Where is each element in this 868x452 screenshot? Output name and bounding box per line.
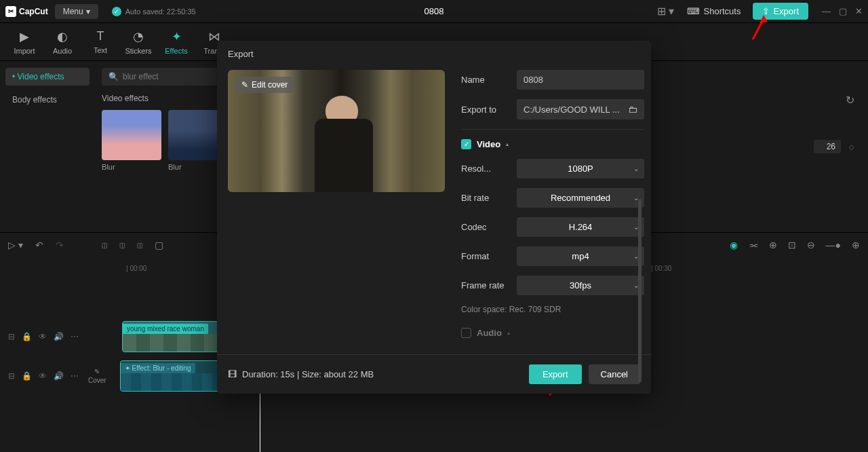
codec-select[interactable]: H.264⌄ bbox=[517, 217, 644, 237]
effects-sidebar: • Video effects Body effects bbox=[0, 61, 95, 232]
slider-value: 26 bbox=[814, 140, 841, 153]
app-logo: ✂ CapCut bbox=[5, 6, 48, 17]
export-dialog: Export ✎ Edit cover Name Export to C:/Us… bbox=[217, 41, 651, 394]
folder-icon[interactable]: 🗀 bbox=[628, 104, 637, 115]
layout-icon[interactable]: ⊞ ▾ bbox=[657, 5, 674, 18]
effect-thumb[interactable]: Blur bbox=[102, 110, 161, 171]
mute-icon[interactable]: 🔊 bbox=[54, 371, 64, 381]
split-left-icon[interactable]: ⎅ bbox=[119, 240, 125, 250]
checkbox-on-icon: ✓ bbox=[461, 139, 471, 149]
dialog-title: Export bbox=[217, 41, 651, 67]
pencil-icon: ✎ bbox=[94, 368, 100, 375]
export-button-top[interactable]: ⇧ Export bbox=[753, 3, 808, 20]
chevron-down-icon: ⌄ bbox=[633, 165, 639, 172]
lock-icon[interactable]: 🔒 bbox=[22, 332, 32, 341]
video-section-toggle[interactable]: ✓ Video ▴ bbox=[461, 139, 644, 149]
cover-preview: ✎ Edit cover bbox=[228, 70, 445, 192]
split-icon[interactable]: ⎅ bbox=[102, 240, 107, 250]
dialog-footer: 🎞 Duration: 15s | Size: about 22 MB Expo… bbox=[217, 354, 651, 394]
name-input[interactable] bbox=[517, 70, 644, 90]
framerate-select[interactable]: 30fps⌄ bbox=[517, 276, 644, 295]
app-name: CapCut bbox=[19, 7, 48, 16]
mute-icon[interactable]: 🔊 bbox=[54, 332, 64, 341]
edit-cover-button[interactable]: ✎ Edit cover bbox=[235, 77, 294, 93]
keyboard-icon: ⌨ bbox=[687, 6, 700, 16]
tool-effects[interactable]: ✦Effects bbox=[157, 29, 195, 55]
checkbox-off-icon bbox=[461, 328, 471, 338]
eye-icon[interactable]: 👁 bbox=[39, 332, 47, 341]
cancel-button[interactable]: Cancel bbox=[589, 364, 640, 384]
split-right-icon[interactable]: ⎅ bbox=[137, 240, 142, 250]
exportto-label: Export to bbox=[461, 105, 510, 115]
export-confirm-button[interactable]: Export bbox=[529, 364, 582, 384]
duration-info: 🎞 Duration: 15s | Size: about 22 MB bbox=[228, 369, 374, 379]
bitrate-select[interactable]: Recommended⌄ bbox=[517, 188, 644, 208]
more-icon[interactable]: ⋯ bbox=[71, 332, 79, 341]
resolution-select[interactable]: 1080P⌄ bbox=[517, 159, 644, 178]
topbar: ✂ CapCut Menu▾ ✓ Auto saved: 22:50:35 08… bbox=[0, 0, 868, 23]
tab-video-effects[interactable]: • Video effects bbox=[5, 68, 90, 86]
zoom-slider-icon[interactable]: —● bbox=[826, 240, 841, 250]
chevron-up-icon: ▴ bbox=[507, 330, 510, 336]
export-icon: ⇧ bbox=[762, 6, 770, 16]
more-icon[interactable]: ⋯ bbox=[71, 371, 79, 381]
chevron-up-icon: ▴ bbox=[506, 141, 509, 147]
stepper-icon[interactable]: ◇ bbox=[849, 143, 854, 151]
format-label: Format bbox=[461, 251, 510, 261]
reset-icon[interactable]: ↻ bbox=[846, 94, 854, 107]
zoom-in-icon[interactable]: ⊕ bbox=[852, 240, 860, 250]
tool-text[interactable]: TText bbox=[81, 29, 119, 54]
minimize-icon[interactable]: — bbox=[822, 6, 831, 16]
pencil-icon: ✎ bbox=[241, 80, 248, 90]
menu-button[interactable]: Menu▾ bbox=[55, 4, 98, 19]
snap-icon[interactable]: ⊕ bbox=[769, 240, 777, 250]
cover-button[interactable]: ✎ Cover bbox=[88, 368, 106, 384]
codec-label: Codec bbox=[461, 222, 510, 232]
link-icon[interactable]: ⫘ bbox=[749, 240, 758, 250]
window-controls: — ▢ ✕ bbox=[822, 6, 863, 16]
tool-import[interactable]: ▶Import bbox=[5, 29, 43, 55]
close-icon[interactable]: ✕ bbox=[855, 6, 863, 16]
track-controls: ⊟ 🔒 👁 🔊 ⋯ bbox=[0, 371, 88, 381]
preview-icon[interactable]: ⊡ bbox=[788, 240, 796, 250]
document-title: 0808 bbox=[425, 6, 444, 16]
timeline-icon[interactable]: ◉ bbox=[730, 240, 738, 250]
format-select[interactable]: mp4⌄ bbox=[517, 246, 644, 266]
tab-body-effects[interactable]: Body effects bbox=[5, 91, 90, 109]
framerate-label: Frame rate bbox=[461, 280, 510, 290]
film-icon: 🎞 bbox=[228, 369, 237, 379]
maximize-icon[interactable]: ▢ bbox=[839, 6, 847, 16]
tool-audio[interactable]: ◐Audio bbox=[43, 29, 81, 55]
eye-icon[interactable]: 👁 bbox=[39, 371, 47, 381]
tool-stickers[interactable]: ◔Stickers bbox=[119, 29, 157, 55]
pointer-tool[interactable]: ▷ ▾ bbox=[8, 240, 23, 250]
topbar-right: ⊞ ▾ ⌨ Shortcuts ⇧ Export — ▢ ✕ bbox=[657, 3, 863, 20]
undo-icon[interactable]: ↶ bbox=[35, 240, 43, 250]
autosave-indicator: ✓ Auto saved: 22:50:35 bbox=[112, 7, 196, 16]
export-path-field[interactable]: C:/Users/GOOD WILL ... 🗀 bbox=[517, 99, 644, 119]
lock-icon[interactable]: 🔒 bbox=[22, 371, 32, 381]
track-controls: ⊟ 🔒 👁 🔊 ⋯ bbox=[0, 332, 88, 341]
track-expand-icon[interactable]: ⊟ bbox=[8, 332, 15, 341]
redo-icon[interactable]: ↷ bbox=[56, 240, 64, 250]
shortcuts-button[interactable]: ⌨ Shortcuts bbox=[682, 3, 747, 19]
dialog-scrollbar[interactable] bbox=[638, 199, 642, 389]
zoom-out-icon[interactable]: ⊖ bbox=[807, 240, 815, 250]
color-space-text: Color space: Rec. 709 SDR bbox=[461, 305, 644, 314]
search-icon: 🔍 bbox=[108, 72, 119, 81]
check-icon: ✓ bbox=[112, 7, 121, 16]
name-label: Name bbox=[461, 75, 510, 85]
delete-icon[interactable]: ▢ bbox=[155, 240, 163, 250]
bitrate-label: Bit rate bbox=[461, 193, 510, 203]
audio-section-toggle[interactable]: Audio ▴ bbox=[461, 328, 644, 338]
resolution-label: Resol... bbox=[461, 164, 510, 174]
logo-icon: ✂ bbox=[5, 6, 16, 17]
track-expand-icon[interactable]: ⊟ bbox=[8, 371, 15, 381]
